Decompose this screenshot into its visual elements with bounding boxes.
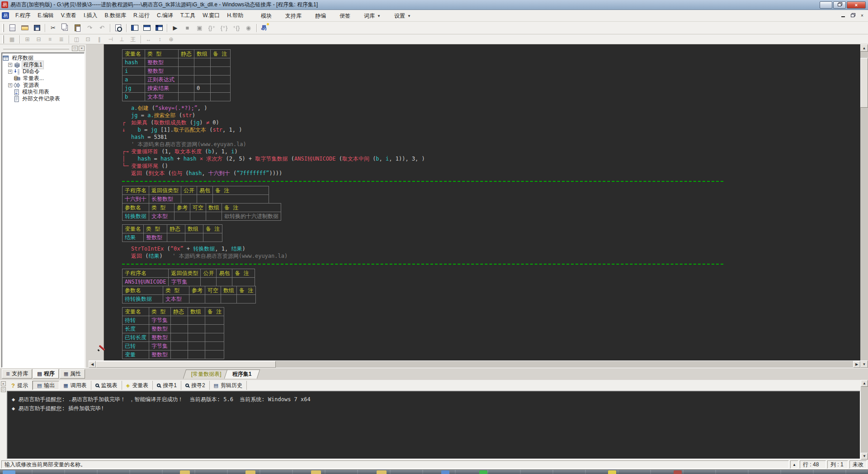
editor-table-cell[interactable]: 备 注 [211,50,231,58]
code-line[interactable]: ┌→变量循环首 (1, 取文本长度 (b), 1, i) [131,148,860,155]
paste-button[interactable] [72,23,83,33]
editor-table-cell[interactable] [188,333,205,342]
align-left-button[interactable]: ⊞ [22,35,33,43]
menu-item-9[interactable]: H.帮助 [223,10,247,21]
editor-table-cell[interactable]: b [123,93,145,101]
same-size-button[interactable]: ⊕ [166,35,176,43]
editor-table-cell[interactable]: 子程序名 [123,186,149,195]
scroll-left-button[interactable]: ◀ [89,361,96,368]
plugin-menu-item-3[interactable]: 便签 [335,10,354,22]
editor-table-cell[interactable]: 待转换数据 [123,295,163,303]
editor-table-cell[interactable] [167,233,185,242]
taskbar-app-icon[interactable] [441,470,449,474]
sidebar-grip[interactable] [3,48,69,49]
same-width-button[interactable]: ↔ [143,35,154,43]
editor-table-cell[interactable] [188,351,205,359]
taskbar-app-icon[interactable] [377,470,387,474]
editor-table-cell[interactable]: 搜索结果 [145,84,179,93]
taskbar-app-icon[interactable] [479,470,487,474]
output-vscroll-track[interactable] [861,387,868,453]
editor-table-cell[interactable] [194,67,211,76]
menu-item-1[interactable]: E.编辑 [34,10,57,21]
mdi-close-button[interactable]: × [858,12,866,19]
fit-height-button[interactable]: 王 [128,35,138,43]
editor-table-cell[interactable]: 变量 [123,351,149,359]
align-bottom-button[interactable]: ≣ [56,35,66,43]
editor-table-cell[interactable]: 数组 [188,308,205,316]
editor-table-cell[interactable]: 参考 [189,286,205,295]
output-tab-搜寻1[interactable]: 搜寻1 [153,381,181,390]
editor-table-cell[interactable] [185,233,203,242]
editor-table-cell[interactable]: 长整数型 [149,195,181,204]
editor-table-cell[interactable]: 0 [194,84,211,93]
cut-button[interactable]: ✂ [47,23,59,33]
menu-item-7[interactable]: T.工具 [177,10,199,21]
menu-item-8[interactable]: W.窗口 [199,10,223,21]
taskbar-app-icon[interactable] [245,470,255,474]
output-close-button[interactable]: × [1,381,6,386]
menu-item-0[interactable]: F.程序 [12,10,34,21]
tree-expand-icon[interactable]: + [8,83,12,87]
editor-table-cell[interactable]: 参数名 [123,286,163,295]
editor-table-cell[interactable]: 长度 [123,325,149,333]
code-line[interactable]: 返回 (结果) ' 本源码来自易语言资源网(www.eyuyan.la) [131,252,860,260]
editor-table-cell[interactable] [171,325,188,333]
mdi-restore-button[interactable] [849,12,857,19]
editor-table-cell[interactable] [211,58,231,67]
menu-item-2[interactable]: V.查看 [57,10,80,21]
editor-table-cell[interactable] [179,58,194,67]
editor-table-cell[interactable]: 子程序名 [123,269,169,278]
sidebar-close-button[interactable]: × [79,46,85,51]
output-float-button[interactable]: □ [1,387,6,392]
editor-table-cell[interactable]: 公开 [181,186,197,195]
editor-table-cell[interactable]: 备 注 [237,286,256,295]
editor-table-cell[interactable]: 字节集 [149,342,171,351]
pane-mixed-layout-button[interactable] [153,23,165,33]
output-tab-输出[interactable]: ▤输出 [33,381,59,390]
editor-table-cell[interactable]: 备 注 [232,269,255,278]
tab-属性[interactable]: ▦属性 [60,369,85,379]
tree-item-3[interactable]: 常量表... [3,75,83,82]
editor-table-cell[interactable] [232,278,255,286]
mdi-minimize-button[interactable] [839,12,847,19]
vscroll-thumb[interactable] [860,58,868,108]
vscroll-track[interactable] [860,52,868,58]
editor-table-cell[interactable]: 类 型 [145,50,179,58]
editor-table-cell[interactable]: 整数型 [145,67,179,76]
editor-table-cell[interactable]: 文本型 [149,212,175,221]
code-line[interactable]: ↓ b = jg [1].取子匹配文本 (str, 1, ) [131,126,860,133]
editor-table-cell[interactable]: 公开 [201,269,217,278]
editor-table-cell[interactable]: 参考 [175,204,190,212]
hscroll-track[interactable] [276,361,853,368]
taskbar-app-icon[interactable] [180,470,190,474]
menu-item-4[interactable]: B.数据库 [101,10,130,21]
pause-hand-button[interactable]: ◉ [243,23,254,33]
editor-table-cell[interactable] [197,195,213,204]
code-line[interactable]: │ hash = hash + hash × 求次方 (2, 5) + 取字节集… [131,155,860,162]
same-height-button[interactable]: ↕ [155,35,165,43]
editor-table-cell[interactable]: 转换数据 [123,212,149,221]
editor-table-cell[interactable]: 欲转换的十六进制数据 [222,212,281,221]
output-tab-变量表[interactable]: ◈变量表 [122,381,153,390]
editor-table-cell[interactable]: 整数型 [149,333,171,342]
output-scroll-down-button[interactable]: ▼ [861,453,868,460]
plugin-menu-item-0[interactable]: 模块 [257,10,276,22]
run-button[interactable]: ▶ [170,23,181,33]
editor-table-cell[interactable]: 文本型 [163,295,189,303]
step-out-button[interactable]: ⁺{} [231,23,242,33]
code-line[interactable]: hash = 5381 [131,133,860,141]
plugin-menu-item-5[interactable]: 设置▼ [390,10,415,22]
save-button[interactable] [31,23,42,33]
editor-table-cell[interactable]: jg [123,84,145,93]
editor-table-cell[interactable] [205,325,224,333]
editor-table-cell[interactable]: 类 型 [144,225,167,233]
window-close-button[interactable]: × [847,1,866,9]
code-editor[interactable]: 变量名类 型静态数组备 注hash整数型i整数型a正则表达式jg搜索结果0b文本… [104,44,860,360]
editor-table-cell[interactable] [203,233,222,242]
editor-table-cell[interactable]: 备 注 [205,308,224,316]
editor-table-cell[interactable]: 返回值类型 [169,269,201,278]
taskbar-app-icon[interactable] [608,470,616,474]
undo-button[interactable]: ↶ [96,23,108,33]
hscroll-thumb[interactable] [96,361,276,368]
output-tab-监视表[interactable]: 监视表 [91,381,122,390]
